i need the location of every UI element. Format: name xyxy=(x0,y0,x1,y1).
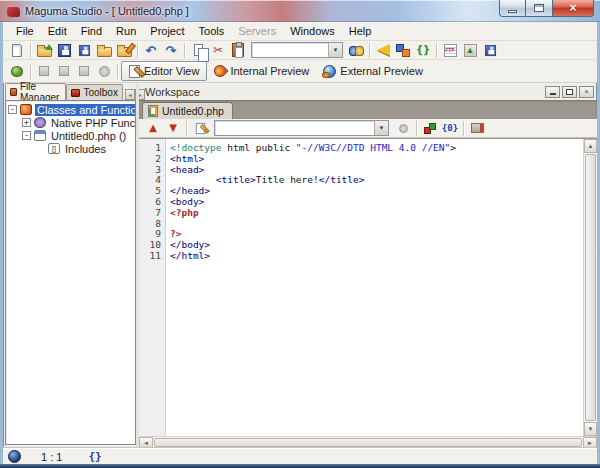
tree-item-classes-and-functions[interactable]: - Classes and Functions xyxy=(8,103,135,116)
goto-button[interactable] xyxy=(190,119,210,137)
mdi-close-button[interactable]: × xyxy=(579,86,594,98)
code-line[interactable] xyxy=(170,218,583,229)
code-line[interactable]: <!doctype html public "-//W3C//DTD HTML … xyxy=(170,142,583,153)
menu-help[interactable]: Help xyxy=(342,23,379,39)
close-button[interactable]: × xyxy=(552,0,594,17)
tab-toolbox[interactable]: Toolbox xyxy=(66,84,122,100)
code-line[interactable]: ?> xyxy=(170,228,583,239)
redo-button[interactable]: ↷ xyxy=(161,41,181,59)
debug-button[interactable] xyxy=(7,62,27,80)
undo-button[interactable]: ↶ xyxy=(141,41,161,59)
code-line[interactable]: </head> xyxy=(170,185,583,196)
swap-view-button[interactable] xyxy=(393,41,413,59)
scroll-down-button[interactable]: ▼ xyxy=(584,422,597,436)
line-number: 4 xyxy=(139,174,165,185)
save-icon xyxy=(58,44,71,57)
announce-button[interactable] xyxy=(373,41,393,59)
save-button[interactable] xyxy=(54,41,74,59)
code-line[interactable]: </body> xyxy=(170,239,583,250)
code-line[interactable]: </html> xyxy=(170,250,583,261)
macro-button[interactable] xyxy=(467,119,487,137)
menu-run[interactable]: Run xyxy=(109,23,143,39)
continue-button[interactable] xyxy=(94,62,114,80)
tab-untitled0-php[interactable]: Untitled0.php xyxy=(142,102,233,119)
open-project-button[interactable] xyxy=(94,41,114,59)
step-out-button[interactable] xyxy=(74,62,94,80)
ftp-save-button[interactable] xyxy=(480,41,500,59)
internal-preview-button[interactable]: Internal Preview xyxy=(207,61,316,81)
find-button[interactable] xyxy=(346,41,366,59)
chevron-down-icon[interactable]: ▼ xyxy=(328,43,342,57)
tree-item-includes[interactable]: [] Includes xyxy=(36,142,135,155)
search-combobox[interactable]: ▼ xyxy=(251,42,343,58)
collapse-icon[interactable]: - xyxy=(22,131,31,140)
status-bar: 1 : 1 {} xyxy=(3,448,597,464)
ftp-upload-button[interactable]: ▲ xyxy=(460,41,480,59)
scroll-right-button[interactable]: ► xyxy=(583,437,597,448)
code-line[interactable]: <?php xyxy=(170,207,583,218)
cut-button[interactable]: ✂ xyxy=(208,41,228,59)
menu-project[interactable]: Project xyxy=(143,23,191,39)
editor-view-button[interactable]: Editor View xyxy=(121,61,207,81)
code-line[interactable]: <body> xyxy=(170,196,583,207)
macro-icon xyxy=(471,123,484,133)
vertical-scroll-thumb[interactable] xyxy=(585,154,596,421)
edit-project-button[interactable] xyxy=(114,41,134,59)
external-preview-button[interactable]: External Preview xyxy=(316,61,430,81)
copy-button[interactable] xyxy=(188,41,208,59)
collapse-icon[interactable]: - xyxy=(8,105,17,114)
step-over-button[interactable] xyxy=(54,62,74,80)
scroll-up-button[interactable]: ▲ xyxy=(584,139,597,153)
code-line[interactable]: <html> xyxy=(170,153,583,164)
new-file-button[interactable] xyxy=(7,41,27,59)
up-arrow-icon: ▲ xyxy=(149,123,157,133)
paste-button[interactable] xyxy=(228,41,248,59)
scroll-left-button[interactable]: ◄ xyxy=(139,437,153,448)
view-toolbar: Editor View Internal Preview External Pr… xyxy=(3,60,597,83)
maximize-button[interactable] xyxy=(526,0,552,17)
menu-file[interactable]: File xyxy=(9,23,41,39)
tab-file-manager[interactable]: File Manager xyxy=(5,83,66,100)
tree-item-native-php-functions[interactable]: + Native PHP Functions xyxy=(22,116,135,129)
toolbar-separator xyxy=(30,64,31,79)
menu-find[interactable]: Find xyxy=(74,23,109,39)
title-bar[interactable]: Maguma Studio - [ Untitled0.php ] × xyxy=(0,0,600,22)
toolbar-separator xyxy=(30,43,31,58)
next-function-button[interactable]: ▼ xyxy=(163,119,183,137)
code-line[interactable]: <title>Title here!</title> xyxy=(170,174,583,185)
code-snippets-button[interactable]: {} xyxy=(413,41,433,59)
toolbox-icon xyxy=(71,89,80,97)
app-window: Maguma Studio - [ Untitled0.php ] × File… xyxy=(0,0,600,468)
workspace-header: Workspace × xyxy=(139,83,597,100)
tab-scroll-left-button[interactable]: ◄ xyxy=(125,89,135,100)
previous-function-button[interactable]: ▲ xyxy=(143,119,163,137)
code-line[interactable]: <head> xyxy=(170,164,583,175)
code-editor[interactable]: 1234567891011 <!doctype html public "-//… xyxy=(139,138,597,436)
step-into-button[interactable] xyxy=(34,62,54,80)
mdi-restore-button[interactable] xyxy=(562,86,577,98)
expand-icon[interactable]: + xyxy=(22,118,31,127)
function-combobox[interactable]: ▼ xyxy=(214,120,389,136)
open-file-button[interactable] xyxy=(34,41,54,59)
horizontal-scroll-thumb[interactable] xyxy=(154,438,582,447)
editor-view-label: Editor View xyxy=(144,65,199,77)
code-lines[interactable]: <!doctype html public "-//W3C//DTD HTML … xyxy=(166,139,583,436)
menu-windows[interactable]: Windows xyxy=(283,23,342,39)
folder-edit-icon xyxy=(117,47,132,57)
vertical-scrollbar[interactable]: ▲ ▼ xyxy=(583,139,597,436)
horizontal-scrollbar[interactable]: ◄ ► xyxy=(139,436,597,448)
file-manager-icon xyxy=(10,88,17,96)
save-as-button[interactable] xyxy=(74,41,94,59)
tree-item-untitled0-php[interactable]: - Untitled0.php () xyxy=(22,129,135,142)
line-number: 7 xyxy=(139,207,165,218)
mdi-minimize-button[interactable] xyxy=(545,86,560,98)
brace-match-button[interactable]: {0} xyxy=(440,119,460,137)
menu-tools[interactable]: Tools xyxy=(192,23,232,39)
toggle-bookmark-button[interactable] xyxy=(420,119,440,137)
ftp-manager-button[interactable]: FTP xyxy=(440,41,460,59)
minimize-button[interactable] xyxy=(499,0,526,17)
chevron-down-icon[interactable]: ▼ xyxy=(374,121,388,135)
menu-bar: File Edit Find Run Project Tools Servers… xyxy=(3,22,597,41)
record-button[interactable] xyxy=(393,119,413,137)
menu-edit[interactable]: Edit xyxy=(41,23,74,39)
